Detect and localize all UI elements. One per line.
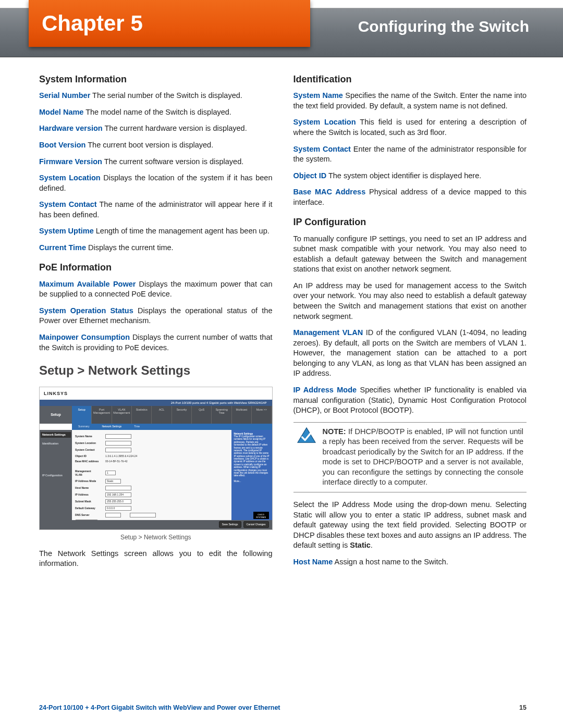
heading-system-information: System Information	[39, 73, 273, 85]
ss-footer: Save Settings Cancel Changes	[40, 520, 272, 529]
para-serial: Serial Number The serial number of the S…	[39, 91, 273, 101]
ss-help-heading: Network Settings	[234, 433, 253, 435]
ss-label-mac: Base MAC address	[75, 460, 105, 463]
ss-cancel-button[interactable]: Cancel Changes	[243, 521, 269, 528]
para-select-mode: Select the IP Address Mode using the dro…	[293, 500, 527, 551]
ss-label-hostname: Host Name	[75, 486, 105, 490]
para-sysloc: System Location This field is used for e…	[293, 117, 527, 138]
page-body: System Information Serial Number The ser…	[0, 73, 563, 575]
para-fw: Firmware Version The current software ve…	[39, 157, 273, 167]
ss-input-gateway[interactable]: 0.0.0.0	[105, 506, 131, 511]
header-right-title: Configuring the Switch	[358, 18, 529, 35]
ss-label-oid: Object ID	[75, 454, 105, 458]
ss-label-ipmode: IP Address Mode	[75, 479, 105, 483]
para-uptime: System Uptime Length of time the managem…	[39, 226, 273, 237]
ss-sub-summary[interactable]: Summary	[72, 424, 95, 430]
ss-side-identification: Identification	[41, 438, 71, 447]
para-mgmtvlan: Management VLAN ID of the configured VLA…	[293, 328, 527, 379]
para-maxpower: Maximum Available Power Displays the max…	[39, 279, 273, 300]
ss-input-syscontact[interactable]	[105, 448, 131, 452]
ss-sub-network[interactable]: Network Settings	[95, 424, 128, 430]
footer-product: 24-Port 10/100 + 4-Port Gigabit Switch w…	[39, 704, 280, 711]
para-after-img: The Network Settings screen allows you t…	[39, 549, 273, 569]
para-opstatus: System Operation Status Displays the ope…	[39, 306, 273, 326]
para-mac: Base MAC Address Physical address of a d…	[293, 187, 527, 207]
ss-select-ipmode[interactable]: Static	[105, 479, 121, 484]
ss-tab-security[interactable]: Security	[172, 406, 192, 424]
footer-page-number: 15	[519, 704, 527, 711]
ss-input-ip[interactable]: 192.168.1.254	[105, 492, 131, 497]
ss-subtabs: Summary Network Settings Time	[72, 424, 272, 430]
para-time: Current Time Displays the current time.	[39, 243, 273, 253]
ss-input-sysloc[interactable]	[105, 441, 131, 446]
page-footer: 24-Port 10/100 + 4-Port Gigabit Switch w…	[39, 704, 527, 711]
ss-side-ipconfig: IP Configuration	[41, 470, 71, 478]
ss-label-gateway: Default Gateway	[75, 507, 105, 510]
ss-help-panel: Network Settings The IP Configuration sc…	[231, 430, 272, 520]
ss-label-sysname: System Name	[75, 435, 105, 438]
ss-tab-port[interactable]: Port Management	[92, 406, 112, 424]
ss-label-subnet: Subnet Mask	[75, 500, 105, 503]
ss-save-button[interactable]: Save Settings	[219, 521, 241, 528]
ss-logo: LINKSYS	[44, 390, 68, 397]
ss-tab-more[interactable]: More >>	[252, 406, 272, 424]
ss-tab-stats[interactable]: Statistics	[132, 406, 152, 424]
ss-input-dns[interactable]	[105, 513, 121, 517]
para-contact: System Contact The name of the administr…	[39, 200, 273, 220]
para-oid: Object ID The system object identifier i…	[293, 171, 527, 181]
ss-input-mgmtvlan[interactable]: 1	[105, 471, 116, 475]
page-header: Chapter 5 Configuring the Switch	[0, 0, 563, 57]
ss-label-sysloc: System Location	[75, 441, 105, 445]
ss-help-text: The IP Configuration screen contains fie…	[234, 435, 270, 483]
ss-sidebar: Network Settings Identification IP Confi…	[40, 430, 72, 529]
left-column: System Information Serial Number The ser…	[39, 73, 273, 575]
para-sysname: System Name Specifies the name of the Sw…	[293, 91, 527, 111]
ss-titlebar: 24-Port 10/100 ports and 4 Gigabit ports…	[40, 400, 272, 406]
ss-input-hostname[interactable]	[105, 486, 131, 490]
screenshot-caption: Setup > Network Settings	[39, 533, 273, 541]
ss-input-sysname[interactable]	[105, 434, 131, 439]
para-syscontact: System Contact Enter the name of the adm…	[293, 144, 527, 165]
para-ipmode: IP Address Mode Specifies whether IP fun…	[293, 385, 527, 416]
para-ip2: An IP address may be used for management…	[293, 281, 527, 322]
ss-label-mgmtvlan: Management VLAN	[75, 470, 105, 477]
ss-label-ip: IP Address	[75, 493, 105, 497]
para-hw: Hardware version The current hardware ve…	[39, 124, 273, 134]
ss-tab-acl[interactable]: ACL	[152, 406, 172, 424]
note-text: NOTE: If DHCP/BOOTP is enabled, IP will …	[323, 427, 524, 488]
ss-tabs: Setup Setup Port Management VLAN Managem…	[40, 406, 272, 424]
heading-identification: Identification	[293, 73, 527, 85]
para-loc: System Location Displays the location of…	[39, 173, 273, 193]
chapter-card: Chapter 5	[29, 0, 310, 47]
ss-tab-group-label: Setup	[40, 406, 72, 424]
chapter-label: Chapter 5	[42, 11, 143, 36]
para-hostname: Host Name Assign a host name to the Swit…	[293, 557, 527, 567]
svg-marker-0	[298, 428, 315, 442]
para-mpc: Mainpower Consumption Displays the curre…	[39, 332, 273, 353]
ss-cisco-logo: CISCO SYSTEMS	[253, 512, 269, 519]
para-model: Model Name The model name of the Switch …	[39, 107, 273, 118]
ss-tab-qos[interactable]: QoS	[192, 406, 212, 424]
ss-input-dns2[interactable]	[130, 513, 156, 517]
ss-value-mac: 00-14-BF-51-76-42	[105, 460, 128, 463]
heading-ip-config: IP Configuration	[293, 216, 527, 228]
ss-tab-vlan[interactable]: VLAN Management	[112, 406, 132, 424]
heading-poe-information: PoE Information	[39, 261, 273, 274]
ss-label-dns: DNS Server	[75, 513, 105, 517]
ss-tab-multicast[interactable]: Multicast	[232, 406, 252, 424]
heading-setup-network-settings: Setup > Network Settings	[39, 362, 273, 379]
network-settings-screenshot: LINKSYS 24-Port 10/100 ports and 4 Gigab…	[39, 387, 273, 530]
note-box: NOTE: If DHCP/BOOTP is enabled, IP will …	[293, 422, 527, 492]
para-boot: Boot Version The current boot version is…	[39, 140, 273, 151]
ss-sub-time[interactable]: Time	[128, 424, 146, 430]
ss-label-syscontact: System Contact	[75, 448, 105, 452]
ss-tab-setup[interactable]: Setup	[72, 406, 92, 424]
right-column: Identification System Name Specifies the…	[293, 73, 527, 575]
ss-input-subnet[interactable]: 255.255.255.0	[105, 499, 131, 504]
checkmark-icon	[297, 427, 316, 445]
ss-value-oid: 1.3.6.1.4.1.3955.6.4.224.24	[105, 454, 137, 458]
ss-side-heading: Network Settings	[41, 432, 71, 438]
ss-tab-stp[interactable]: Spanning Tree	[212, 406, 231, 424]
para-ip1: To manually configure IP settings, you n…	[293, 234, 527, 275]
